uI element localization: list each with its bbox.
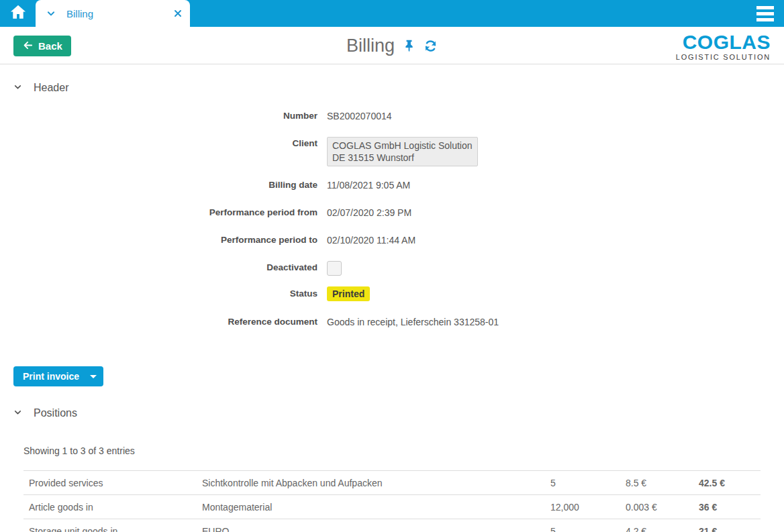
print-invoice-button[interactable]: Print invoice (13, 366, 83, 386)
field-value: 02/10/2020 11:44 AM (327, 233, 415, 247)
page-title: Billing (346, 36, 395, 56)
table-summary: Showing 1 to 3 of 3 entries (23, 445, 761, 456)
table-row[interactable]: Article goods in Montagematerial 12,000 … (23, 495, 761, 519)
topbar-spacer (190, 0, 748, 27)
hamburger-menu-icon[interactable] (748, 0, 783, 27)
field-label: Performance period from (13, 206, 317, 219)
close-icon[interactable] (174, 9, 182, 17)
cell-description: Sichtkontrolle mit Abpacken und Aufpacke… (197, 471, 545, 495)
section-title: Header (34, 82, 68, 94)
header-form: Number SB2002070014 Client COGLAS GmbH L… (13, 109, 771, 329)
chevron-down-icon (13, 82, 22, 94)
field-billing-date: Billing date 11/08/2021 9:05 AM (13, 178, 771, 192)
chevron-down-icon (13, 407, 22, 419)
cell-unit-price: 0.003 € (620, 495, 693, 519)
field-period-from: Performance period from 02/07/2020 2:39 … (13, 206, 771, 219)
table-row[interactable]: Provided services Sichtkontrolle mit Abp… (23, 471, 761, 495)
field-label: Deactivated (13, 261, 317, 274)
tab-billing[interactable]: Billing (36, 0, 190, 27)
cell-quantity: 5 (545, 519, 620, 532)
deactivated-checkbox[interactable] (327, 261, 342, 276)
field-label: Reference document (13, 315, 317, 329)
field-label: Status (13, 286, 317, 301)
cell-total: 36 € (693, 495, 761, 519)
cell-total: 42.5 € (693, 471, 761, 495)
field-value: 02/07/2020 2:39 PM (327, 206, 411, 219)
home-icon (9, 3, 27, 23)
field-value: 11/08/2021 9:05 AM (327, 178, 410, 192)
pin-icon[interactable] (403, 40, 415, 52)
client-address-box: COGLAS GmbH Logistic Solution DE 31515 W… (327, 137, 478, 166)
client-line-1: COGLAS GmbH Logistic Solution (332, 140, 473, 152)
field-status: Status Printed (13, 286, 771, 301)
topbar: Billing (0, 0, 784, 27)
field-number: Number SB2002070014 (13, 109, 771, 123)
field-deactivated: Deactivated (13, 261, 771, 276)
cell-unit-price: 4.2 € (620, 519, 693, 532)
section-header-positions[interactable]: Positions (13, 407, 771, 419)
print-invoice-dropdown-toggle[interactable] (83, 366, 103, 386)
home-button[interactable] (0, 0, 36, 27)
section-title: Positions (34, 407, 77, 419)
page-header: Back Billing COGLAS LOGISTIC SOLUTION (0, 27, 784, 64)
cell-description: Montagematerial (197, 495, 545, 519)
field-value: SB2002070014 (327, 109, 392, 123)
cell-quantity: 5 (545, 471, 620, 495)
field-reference-document: Reference document Goods in receipt, Lie… (13, 315, 771, 329)
cell-total: 21 € (693, 519, 761, 532)
field-label: Client (13, 137, 317, 150)
field-value: Goods in receipt, Lieferschein 331258-01 (327, 315, 499, 329)
table-row[interactable]: Storage unit goods in EURO 5 4.2 € 21 € (23, 519, 761, 532)
field-client: Client COGLAS GmbH Logistic Solution DE … (13, 137, 771, 166)
print-invoice-button-group: Print invoice (13, 366, 103, 386)
coglas-logo: COGLAS LOGISTIC SOLUTION (676, 32, 771, 61)
caret-down-icon (90, 375, 97, 378)
field-label: Billing date (13, 178, 317, 192)
field-label: Performance period to (13, 233, 317, 247)
cell-description: EURO (197, 519, 545, 532)
section-header-header[interactable]: Header (13, 82, 771, 94)
logo-title: COGLAS (676, 32, 771, 52)
field-label: Number (13, 109, 317, 123)
cell-type: Article goods in (23, 495, 197, 519)
positions-table: Provided services Sichtkontrolle mit Abp… (23, 470, 761, 532)
cell-quantity: 12,000 (545, 495, 620, 519)
field-period-to: Performance period to 02/10/2020 11:44 A… (13, 233, 771, 247)
logo-subtitle: LOGISTIC SOLUTION (676, 53, 771, 61)
refresh-icon[interactable] (424, 39, 438, 53)
cell-type: Provided services (23, 471, 197, 495)
tab-label: Billing (66, 8, 174, 19)
chevron-down-icon[interactable] (46, 9, 56, 18)
status-badge: Printed (327, 286, 370, 301)
cell-type: Storage unit goods in (23, 519, 197, 532)
client-line-2: DE 31515 Wunstorf (332, 152, 473, 164)
cell-unit-price: 8.5 € (620, 471, 693, 495)
